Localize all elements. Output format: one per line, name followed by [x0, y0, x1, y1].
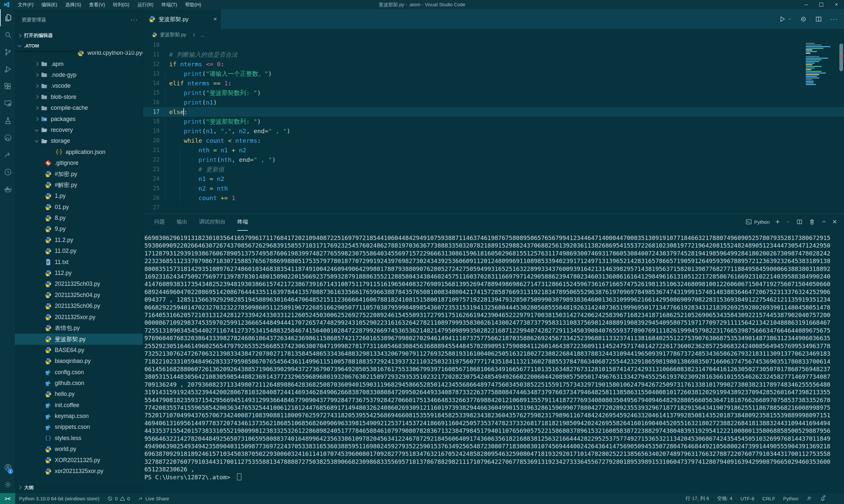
run-previous-icon[interactable]	[800, 16, 807, 23]
tree-file-snippets.cson[interactable]: snippets.cson	[15, 421, 143, 432]
status-notifications[interactable]	[816, 493, 829, 504]
tree-file-112.py[interactable]: 112.py	[15, 268, 143, 278]
panel-tab-问题[interactable]: 问题	[154, 214, 165, 231]
tree-file-config.cson[interactable]: config.cson	[15, 366, 143, 377]
breadcrumb-file[interactable]: 斐波那契.py	[160, 32, 186, 38]
menu-查看V[interactable]: 查看(V)	[85, 0, 109, 9]
activity-docker[interactable]	[0, 181, 15, 198]
terminal-prompt[interactable]: PS C:\Users\12872\.atom>	[144, 473, 844, 481]
tree-folder-blob-store[interactable]: blob-store	[15, 92, 143, 103]
tree-file-11.02.py[interactable]: 11.02.py	[15, 246, 143, 256]
root-folder-section[interactable]: .ATOM	[15, 40, 143, 51]
activity-search[interactable]	[0, 26, 15, 43]
maximize-button[interactable]	[814, 0, 829, 9]
tree-file-XOR20211325.py[interactable]: XOR20211325.py	[15, 454, 143, 465]
status-python-interpreter[interactable]: Python 3.10.0 64-bit (windows store)	[15, 493, 103, 504]
activity-explorer[interactable]	[0, 9, 15, 26]
code-line-10[interactable]: 10	[143, 40, 844, 50]
tree-file-斐波那契.py[interactable]: 斐波那契.py	[15, 334, 143, 344]
tree-file-hello.py[interactable]: hello.py	[15, 389, 143, 399]
code-line-20[interactable]: 20 while count < nterms:	[143, 136, 844, 145]
split-terminal-icon[interactable]	[796, 218, 803, 225]
run-python-file-button[interactable]	[779, 16, 792, 23]
tree-file-styles.less[interactable]: styles.less	[15, 433, 143, 444]
panel-tab-调试控制台[interactable]: 调试控制台	[199, 214, 226, 231]
code-line-19[interactable]: 19 print(n1, ",", n2, end=" , ")	[143, 126, 844, 136]
tree-file-20211325ch04.py[interactable]: 20211325ch04.py	[15, 290, 143, 301]
activity-remote-explorer[interactable]	[0, 95, 15, 112]
tree-file-xor20211325xor.py[interactable]: xor20211325xor.py	[15, 466, 143, 476]
status-indentation[interactable]: 空格: 4	[713, 493, 737, 504]
tree-file-8.py[interactable]: 8.py	[15, 213, 143, 223]
menu-帮助H[interactable]: 帮助(H)	[181, 0, 205, 9]
code-line-23[interactable]: 23 # 更新值	[143, 164, 844, 174]
tree-file-application.json[interactable]: application.json	[15, 147, 143, 158]
tree-file-github.cson[interactable]: github.cson	[15, 378, 143, 389]
editor-scrollbar-thumb[interactable]	[839, 43, 843, 71]
activity-account[interactable]: 1	[0, 459, 15, 476]
tree-file-world.py[interactable]: world.py	[15, 444, 143, 454]
status-live-share[interactable]: Live Share	[134, 493, 173, 504]
tree-file-20211325ch06.py[interactable]: 20211325ch06.py	[15, 301, 143, 311]
code-line-13[interactable]: 13 print("请输入一个正整数。")	[143, 69, 844, 78]
more-actions-icon[interactable]: ···	[830, 16, 838, 23]
status-problems[interactable]: 0 0	[103, 493, 134, 504]
tree-folder-.node-gyp[interactable]: .node-gyp	[15, 70, 143, 80]
tree-file-表情包.py[interactable]: 表情包.py	[15, 323, 143, 334]
tree-file-11.2.py[interactable]: 11.2.py	[15, 235, 143, 246]
breadcrumb-symbol[interactable]: ...	[200, 32, 205, 38]
tree-folder-.apm[interactable]: .apm	[15, 58, 143, 69]
terminal-output[interactable]: 6690306296191318230103564165799617117684…	[143, 230, 844, 493]
activity-settings[interactable]	[0, 476, 15, 493]
close-button[interactable]: ×	[829, 0, 844, 9]
tree-folder-recovery[interactable]: recovery	[15, 125, 143, 136]
activity-codetour[interactable]	[0, 163, 15, 181]
code-line-17[interactable]: 17else:	[143, 107, 844, 117]
minimize-button[interactable]	[798, 0, 814, 9]
tree-file-init.coffee[interactable]: init.coffee	[15, 400, 143, 411]
status-language[interactable]: Python	[779, 493, 803, 504]
terminal-shell-picker[interactable]: Python	[746, 218, 770, 225]
close-panel-icon[interactable]: ×	[832, 218, 837, 226]
maximize-panel-icon[interactable]	[821, 219, 827, 224]
remote-indicator[interactable]: ><	[0, 493, 15, 504]
status-cursor-position[interactable]: 行 17, 列 6	[681, 493, 713, 504]
code-line-11[interactable]: 11# 判断输入的值是否合法	[143, 50, 844, 59]
panel-tab-输出[interactable]: 输出	[177, 214, 187, 231]
code-line-15[interactable]: 15 print("斐波那契数列: ")	[143, 88, 844, 97]
open-editors-section[interactable]: 打开的编辑器	[15, 30, 143, 40]
menu-编辑E[interactable]: 编辑(E)	[38, 0, 61, 9]
tab-fibonacci-py[interactable]: 斐波那契.py ×	[143, 9, 221, 29]
sidebar-more-actions-icon[interactable]: ···	[130, 17, 138, 23]
menu-终端T[interactable]: 终端(T)	[158, 0, 181, 9]
activity-github[interactable]	[0, 129, 15, 146]
status-feedback[interactable]	[803, 493, 816, 504]
new-terminal-button[interactable]: +	[775, 218, 780, 226]
tree-folder-storage[interactable]: storage	[15, 136, 143, 146]
status-eol[interactable]: CRLF	[758, 493, 779, 504]
outline-section[interactable]: 大纲	[15, 482, 143, 493]
tab-close-icon[interactable]: ×	[213, 16, 217, 23]
code-line-26[interactable]: 26 count += 1	[143, 193, 844, 203]
code-line-21[interactable]: 21 nth = n1 + n2	[143, 145, 844, 155]
tree-file-keymap.cson[interactable]: keymap.cson	[15, 411, 143, 421]
code-line-12[interactable]: 12if nterms <= 0:	[143, 59, 844, 69]
code-line-18[interactable]: 18 print("斐波那契数列: ")	[143, 117, 844, 126]
run-dropdown-chevron-icon[interactable]	[787, 17, 792, 21]
code-editor[interactable]: 1011# 判断输入的值是否合法12if nterms <= 0:13 prin…	[143, 40, 844, 213]
terminal-dropdown-chevron-icon[interactable]	[786, 219, 790, 224]
tree-file-1.py[interactable]: 1.py	[15, 191, 143, 201]
tree-folder-compile-cache[interactable]: compile-cache	[15, 103, 143, 113]
code-line-14[interactable]: 14elif nterms == 1:	[143, 78, 844, 88]
activity-run-debug[interactable]	[0, 61, 15, 78]
tree-file-.gitignore[interactable]: .gitignore	[15, 158, 143, 168]
tree-folder-packages[interactable]: packages	[15, 113, 143, 124]
code-line-24[interactable]: 24 n1 = n2	[143, 174, 844, 184]
code-line-22[interactable]: 22 print(nth, end=" , ")	[143, 155, 844, 164]
kill-terminal-icon[interactable]	[809, 218, 815, 225]
tree-file-20211325xor.py[interactable]: 20211325xor.py	[15, 311, 143, 322]
menu-文件F[interactable]: 文件(F)	[14, 0, 38, 9]
code-line-16[interactable]: 16 print(n1)	[143, 97, 844, 107]
menu-转到G[interactable]: 转到(G)	[109, 0, 133, 9]
activity-testing[interactable]	[0, 112, 15, 129]
